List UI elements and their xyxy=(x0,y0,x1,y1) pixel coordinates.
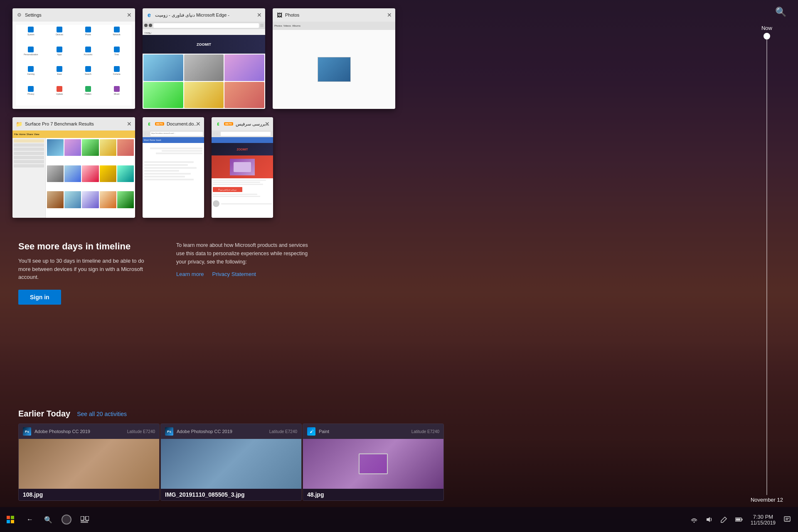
battery-icon xyxy=(735,517,743,522)
volume-icon xyxy=(706,516,712,523)
learn-more-link[interactable]: Learn more xyxy=(176,271,204,277)
paint-icon-1: 🖌 xyxy=(307,427,315,436)
cortana-button[interactable] xyxy=(57,507,76,532)
activity-app-name-2: Adobe Photoshop CC 2019 xyxy=(177,429,266,434)
svg-rect-2 xyxy=(7,520,10,523)
photos-preview-image xyxy=(318,57,351,82)
zoomit-text-content: بررسی سرفیس پرو 8 xyxy=(212,178,273,218)
back-button[interactable]: ← xyxy=(21,507,39,532)
settings-item-16: Mixed xyxy=(103,86,130,104)
activity-card-2[interactable]: Ps Adobe Photoshop CC 2019 Latitude E724… xyxy=(160,424,302,501)
docdo-thumbnail: https://onedrive.microsoft.com/... Word … xyxy=(143,131,204,218)
windows-logo-icon xyxy=(7,516,14,523)
window-card-surface[interactable]: 📁 Surface Pro 7 Benchmark Results ✕ File… xyxy=(12,117,135,218)
system-clock[interactable]: 7:30 PM 11/15/2019 xyxy=(747,507,779,532)
settings-close-button[interactable]: ✕ xyxy=(125,11,133,19)
activity-card-2-header: Ps Adobe Photoshop CC 2019 Latitude E724… xyxy=(161,424,301,439)
activity-filename-3: 48.jpg xyxy=(303,489,443,500)
surface-toolbar: FileHomeShareView xyxy=(12,131,135,138)
zoomit-review-close-button[interactable]: ✕ xyxy=(263,120,271,128)
edge-thumbnail: زومیت ZOOMIT xyxy=(143,22,265,109)
settings-item-10: Ease xyxy=(46,66,73,84)
system-tray: 7:30 PM 11/15/2019 xyxy=(687,507,798,532)
global-search-icon[interactable]: 🔍 xyxy=(775,7,786,17)
surface-content xyxy=(12,138,135,218)
activity-app-name-3: Paint xyxy=(319,429,408,434)
surface-window-title: Surface Pro 7 Benchmark Results xyxy=(25,121,132,126)
privacy-statement-link[interactable]: Privacy Statement xyxy=(212,271,256,277)
surface-close-button[interactable]: ✕ xyxy=(125,120,133,128)
window-header-photos: 🖼 Photos ✕ xyxy=(273,8,395,22)
timeline-line xyxy=(766,39,767,495)
window-card-docdo[interactable]: ε BETA Document.do... ✕ https://o xyxy=(143,117,204,218)
docdo-toolbar: https://onedrive.microsoft.com/... xyxy=(143,131,204,137)
photoshop-icon-2: Ps xyxy=(165,427,173,436)
edge-address-bar xyxy=(153,23,259,28)
settings-window-title: Settings xyxy=(25,12,132,17)
timeline-date-label: November 12 xyxy=(751,497,783,503)
window-card-zoomit-review[interactable]: ε BETA بررسی سرفیس... ✕ xyxy=(212,117,273,218)
activity-card-3[interactable]: 🖌 Paint Latitude E7240 48.jpg xyxy=(303,424,444,501)
svg-rect-4 xyxy=(81,516,84,520)
svg-rect-12 xyxy=(784,517,790,521)
activity-card-1[interactable]: Ps Adobe Photoshop CC 2019 Latitude E724… xyxy=(18,424,160,501)
taskbar-search-button[interactable]: 🔍 xyxy=(39,507,57,532)
edge-zoomit-close-button[interactable]: ✕ xyxy=(255,11,264,19)
settings-item-12: Cortana xyxy=(103,66,130,84)
activity-thumbnail-1 xyxy=(19,439,159,489)
window-card-settings[interactable]: ⚙ Settings ✕ System Devices xyxy=(12,8,135,109)
timeline-bar: Now November 12 xyxy=(751,25,783,503)
windows-row-2: 📁 Surface Pro 7 Benchmark Results ✕ File… xyxy=(12,117,765,218)
earlier-today-section: Earlier Today See all 20 activities Ps A… xyxy=(18,409,765,501)
edge-banner: ZOOMIT xyxy=(143,35,265,54)
zoomit-banner: ZOOMIT xyxy=(212,143,273,155)
clock-time: 7:30 PM xyxy=(753,514,773,520)
zoomit-toolbar xyxy=(212,131,273,137)
settings-item-2: Devices xyxy=(46,27,73,45)
network-icon xyxy=(691,516,697,523)
tray-pen-icon[interactable] xyxy=(717,507,731,532)
sign-in-button[interactable]: Sign in xyxy=(18,290,61,305)
photos-thumbnail: Photos Videos Albums xyxy=(273,22,395,109)
signin-section: See more days in timeline You'll see up … xyxy=(18,233,623,313)
photos-close-button[interactable]: ✕ xyxy=(385,11,394,19)
edge-nav-bar: زومیت xyxy=(143,29,265,35)
window-header-settings: ⚙ Settings ✕ xyxy=(12,8,135,22)
surface-inner: FileHomeShareView xyxy=(12,131,135,218)
settings-item-15: Hidden xyxy=(75,86,102,104)
notification-center-button[interactable] xyxy=(781,507,794,532)
zoomit-surface-product xyxy=(230,159,255,175)
tray-volume-icon[interactable] xyxy=(702,507,716,532)
tray-network-icon[interactable] xyxy=(687,507,701,532)
photos-window-icon: 🖼 xyxy=(276,12,283,18)
timeline-now-dot xyxy=(764,33,770,39)
photos-toolbar: Photos Videos Albums xyxy=(273,22,395,30)
edge-beta-icon-2: ε xyxy=(215,121,222,127)
window-card-photos[interactable]: 🖼 Photos ✕ Photos Videos Albums xyxy=(273,8,395,109)
thumb-48-image xyxy=(303,439,443,489)
tray-battery-icon[interactable] xyxy=(732,507,746,532)
zoomit-thumbnail: ZOOMIT xyxy=(212,131,273,218)
activity-filename-2: IMG_20191110_085505_3.jpg xyxy=(161,489,301,500)
task-view-content: 🔍 ⚙ Settings ✕ System xyxy=(0,0,798,532)
earlier-today-title: Earlier Today xyxy=(18,409,70,419)
edge-window-icon: e xyxy=(146,12,153,18)
settings-item-5: Personalization xyxy=(17,47,44,65)
task-view-button[interactable] xyxy=(76,507,94,532)
activity-cards: Ps Adobe Photoshop CC 2019 Latitude E724… xyxy=(18,424,765,501)
svg-point-7 xyxy=(693,522,695,523)
settings-item-8: Time xyxy=(103,47,130,65)
settings-item-14: Update xyxy=(46,86,73,104)
docdo-close-button[interactable]: ✕ xyxy=(194,120,202,128)
see-all-activities-link[interactable]: See all 20 activities xyxy=(77,411,127,417)
photos-inner: Photos Videos Albums xyxy=(273,22,395,109)
window-card-edge-zoomit[interactable]: e دنیای فناوری - زومیت Microsoft Edge - … xyxy=(143,8,265,109)
thumb-108-image xyxy=(19,439,159,489)
activity-card-3-header: 🖌 Paint Latitude E7240 xyxy=(303,424,443,439)
docdo-address: https://onedrive.microsoft.com/... xyxy=(150,132,203,136)
edge-inner: زومیت ZOOMIT xyxy=(143,22,265,109)
zoomit-inner: ZOOMIT xyxy=(212,131,273,218)
activity-filename-1: 108.jpg xyxy=(19,489,159,500)
start-button[interactable] xyxy=(0,507,21,532)
notification-icon xyxy=(784,516,791,523)
